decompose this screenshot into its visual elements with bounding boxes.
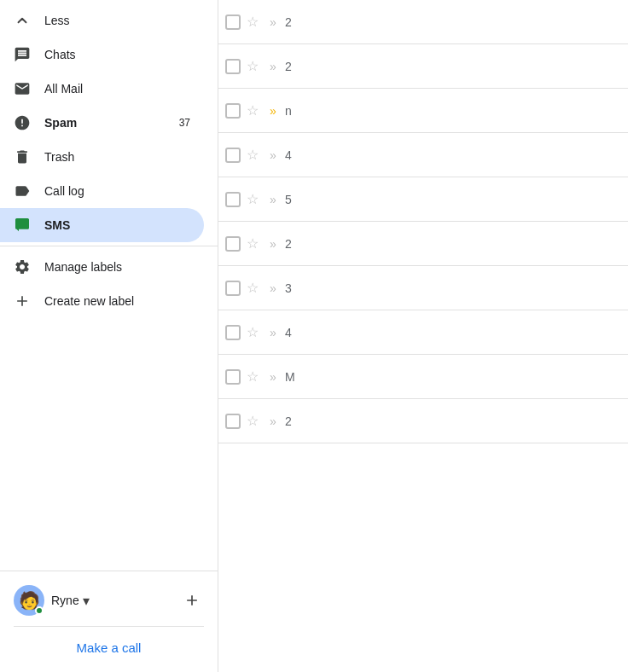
row-checkbox[interactable] xyxy=(225,14,241,30)
add-account-button[interactable] xyxy=(180,588,204,612)
less-label: Less xyxy=(44,14,190,27)
important-button[interactable]: » xyxy=(265,147,282,164)
table-row[interactable]: ☆ » M xyxy=(218,355,628,399)
star-button[interactable]: ☆ xyxy=(244,14,261,31)
table-row[interactable]: ☆ » 2 xyxy=(218,399,628,443)
table-row[interactable]: ☆ » 2 xyxy=(218,222,628,266)
email-list: ☆ » 2 ☆ » 2 ☆ » n ☆ » 4 ☆ » xyxy=(218,0,628,672)
important-button[interactable]: » xyxy=(265,14,282,31)
table-row[interactable]: ☆ » 4 xyxy=(218,133,628,177)
chats-label: Chats xyxy=(44,48,190,61)
star-button[interactable]: ☆ xyxy=(244,368,261,385)
sidebar-item-all-mail[interactable]: All Mail xyxy=(0,72,204,106)
important-button[interactable]: » xyxy=(265,191,282,208)
row-checkbox[interactable] xyxy=(225,325,241,340)
footer-divider xyxy=(14,626,204,627)
chevron-down-icon: ▾ xyxy=(83,593,90,609)
star-button[interactable]: ☆ xyxy=(244,324,261,341)
email-snippet: 2 xyxy=(285,237,621,251)
email-snippet: 5 xyxy=(285,193,621,206)
callog-icon xyxy=(14,182,31,200)
sidebar-item-sms[interactable]: SMS xyxy=(0,208,204,242)
important-button[interactable]: » xyxy=(265,413,282,430)
important-button[interactable]: » xyxy=(265,368,282,385)
important-button[interactable]: » xyxy=(265,235,282,252)
email-snippet: 2 xyxy=(285,15,621,29)
sms-icon xyxy=(14,217,31,234)
trash-label: Trash xyxy=(44,150,190,164)
all-mail-label: All Mail xyxy=(44,82,190,96)
email-snippet: 2 xyxy=(285,414,621,428)
spam-icon xyxy=(14,114,31,131)
email-snippet: 3 xyxy=(285,281,621,295)
sidebar-footer: 🧑 Ryne ▾ Make a call xyxy=(0,571,218,672)
row-checkbox[interactable] xyxy=(225,148,241,163)
less-button[interactable]: Less xyxy=(0,3,204,38)
trash-icon xyxy=(14,148,31,165)
gear-icon xyxy=(14,258,31,275)
user-name-text: Ryne xyxy=(51,594,79,607)
important-button[interactable]: » xyxy=(265,102,282,119)
calllog-label: Call log xyxy=(44,184,190,198)
sidebar-nav: Less Chats All Mail xyxy=(0,0,218,571)
sidebar-item-manage-labels[interactable]: Manage labels xyxy=(0,250,204,284)
star-button[interactable]: ☆ xyxy=(244,147,261,164)
table-row[interactable]: ☆ » 2 xyxy=(218,44,628,89)
table-row[interactable]: ☆ » 4 xyxy=(218,310,628,355)
table-row[interactable]: ☆ » 3 xyxy=(218,266,628,310)
table-row[interactable]: ☆ » 2 xyxy=(218,0,628,44)
row-checkbox[interactable] xyxy=(225,236,241,252)
star-button[interactable]: ☆ xyxy=(244,235,261,252)
nav-divider xyxy=(0,246,218,246)
star-button[interactable]: ☆ xyxy=(244,58,261,75)
row-checkbox[interactable] xyxy=(225,59,241,74)
chat-icon xyxy=(14,46,31,63)
row-checkbox[interactable] xyxy=(225,414,241,429)
chevron-up-icon xyxy=(14,12,31,29)
email-snippet: n xyxy=(285,104,621,118)
star-button[interactable]: ☆ xyxy=(244,413,261,430)
important-button[interactable]: » xyxy=(265,58,282,75)
sidebar: Less Chats All Mail xyxy=(0,0,218,672)
create-label-text: Create new label xyxy=(44,294,190,308)
sidebar-item-spam[interactable]: Spam 37 xyxy=(0,106,204,140)
table-row[interactable]: ☆ » n xyxy=(218,89,628,133)
important-button[interactable]: » xyxy=(265,280,282,297)
sms-label: SMS xyxy=(44,218,190,232)
online-status-indicator xyxy=(35,606,44,615)
email-snippet: 2 xyxy=(285,60,621,73)
sidebar-item-call-log[interactable]: Call log xyxy=(0,174,204,208)
row-checkbox[interactable] xyxy=(225,192,241,207)
content-area: ☆ » 2 ☆ » 2 ☆ » n ☆ » 4 ☆ » xyxy=(218,0,628,672)
row-checkbox[interactable] xyxy=(225,103,241,119)
spam-label: Spam xyxy=(44,116,166,130)
email-snippet: M xyxy=(285,370,621,384)
make-call-label: Make a call xyxy=(77,640,142,655)
star-button[interactable]: ☆ xyxy=(244,102,261,119)
row-checkbox[interactable] xyxy=(225,281,241,296)
sidebar-item-create-label[interactable]: Create new label xyxy=(0,284,204,318)
spam-badge: 37 xyxy=(179,117,190,129)
row-checkbox[interactable] xyxy=(225,369,241,385)
email-snippet: 4 xyxy=(285,148,621,162)
star-button[interactable]: ☆ xyxy=(244,191,261,208)
table-row[interactable]: ☆ » 5 xyxy=(218,177,628,222)
sidebar-item-chats[interactable]: Chats xyxy=(0,38,204,72)
make-call-button[interactable]: Make a call xyxy=(14,630,204,665)
user-row: 🧑 Ryne ▾ xyxy=(14,578,204,623)
star-button[interactable]: ☆ xyxy=(244,280,261,297)
avatar[interactable]: 🧑 xyxy=(14,585,44,616)
email-snippet: 4 xyxy=(285,326,621,339)
important-button[interactable]: » xyxy=(265,324,282,341)
sidebar-item-trash[interactable]: Trash xyxy=(0,140,204,174)
plus-icon xyxy=(14,293,31,310)
user-name[interactable]: Ryne ▾ xyxy=(51,593,173,609)
mail-icon xyxy=(14,80,31,97)
manage-labels-label: Manage labels xyxy=(44,260,190,274)
